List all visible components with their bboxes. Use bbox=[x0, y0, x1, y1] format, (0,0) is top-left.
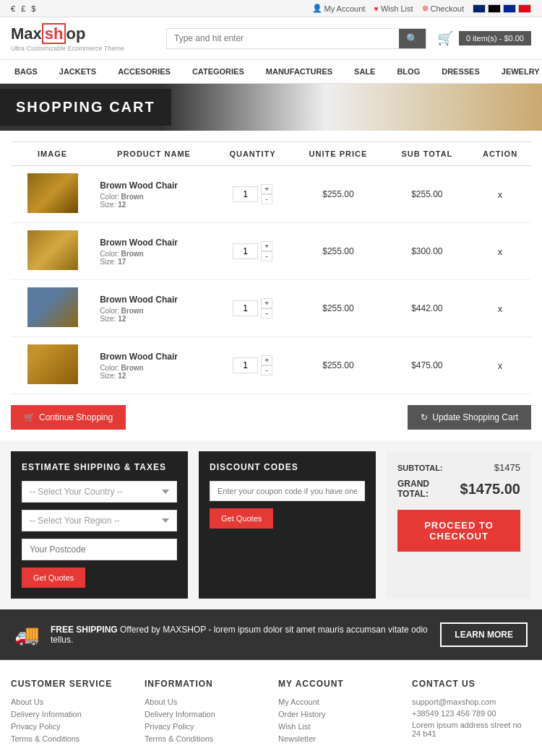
quantity-input[interactable] bbox=[233, 300, 258, 316]
footer-col-title-3: MY ACCOUNT bbox=[278, 679, 397, 689]
grand-total-row: GRAND TOTAL: $1475.00 bbox=[397, 479, 520, 499]
discount-get-quotes-button[interactable]: Get Quotes bbox=[210, 508, 273, 529]
action-cell: x bbox=[469, 223, 531, 280]
cart-icon[interactable]: 🛒 0 item(s) - $0.00 bbox=[437, 30, 531, 46]
remove-item-button[interactable]: x bbox=[498, 360, 503, 371]
shipping-truck-icon: 🚚 bbox=[14, 623, 40, 647]
product-size: Size: 12 bbox=[100, 201, 208, 209]
nav-dresses[interactable]: DRESSES bbox=[438, 60, 483, 83]
footer-link-order-history[interactable]: Order History bbox=[278, 710, 397, 718]
unit-price-cell: $255.00 bbox=[291, 223, 384, 280]
hero-banner: SHOPPING CART bbox=[0, 84, 542, 131]
product-size: Size: 12 bbox=[100, 372, 208, 380]
sub-total-cell: $255.00 bbox=[385, 166, 469, 223]
footer-link-privacy-2[interactable]: Privacy Policy bbox=[145, 722, 264, 731]
nav-bags[interactable]: BAGS bbox=[11, 60, 41, 83]
shipping-get-quotes-button[interactable]: Get Quotes bbox=[22, 568, 85, 588]
table-row: Brown Wood Chair Color: Brown Size: 12 +… bbox=[11, 166, 531, 223]
nav-manufactures[interactable]: MANUFACTURES bbox=[262, 60, 336, 83]
wish-list-link[interactable]: ♥ Wish List bbox=[374, 4, 413, 13]
quantity-input[interactable] bbox=[233, 243, 258, 259]
quantity-increase-button[interactable]: + bbox=[261, 241, 272, 251]
remove-item-button[interactable]: x bbox=[498, 303, 503, 314]
quantity-cell: + - bbox=[214, 166, 291, 223]
currency-selector[interactable]: € £ $ bbox=[11, 4, 35, 13]
logo: Maxshop Ultra Customizable Ecommerce The… bbox=[11, 25, 155, 52]
quantity-decrease-button[interactable]: - bbox=[261, 365, 272, 375]
quantity-increase-button[interactable]: + bbox=[261, 355, 272, 365]
search-button[interactable]: 🔍 bbox=[399, 29, 426, 48]
quantity-increase-button[interactable]: + bbox=[261, 298, 272, 308]
header: Maxshop Ultra Customizable Ecommerce The… bbox=[0, 17, 542, 60]
sub-total: $300.00 bbox=[411, 246, 442, 256]
quantity-increase-button[interactable]: + bbox=[261, 184, 272, 194]
remove-item-button[interactable]: x bbox=[498, 189, 503, 200]
discount-title: DISCOUNT CODES bbox=[210, 462, 365, 472]
footer-link-wishlist[interactable]: Wish List bbox=[278, 722, 397, 731]
search-input[interactable] bbox=[167, 29, 399, 48]
subtotal-row: SUBTOTAL: $1475 bbox=[397, 462, 520, 473]
footer-link-newsletter[interactable]: Newsletter bbox=[278, 734, 397, 743]
remove-item-button[interactable]: x bbox=[498, 246, 503, 257]
cart-badge[interactable]: 0 item(s) - $0.00 bbox=[459, 31, 531, 45]
search-bar[interactable]: 🔍 bbox=[166, 28, 426, 49]
continue-shopping-button[interactable]: 🛒 Continue Shopping bbox=[11, 405, 126, 430]
quantity-decrease-button[interactable]: - bbox=[261, 251, 272, 261]
country-select[interactable]: -- Select Your Country -- bbox=[22, 481, 177, 503]
nav-jewelry[interactable]: JEWELRY bbox=[498, 60, 542, 83]
flag-tr[interactable] bbox=[518, 4, 531, 13]
footer-link-about-2[interactable]: About Us bbox=[145, 698, 264, 706]
discount-section: DISCOUNT CODES Get Quotes bbox=[199, 451, 376, 599]
footer-contact-us: CONTACT US support@maxshop.com +38549 12… bbox=[412, 679, 531, 747]
footer-link-terms-1[interactable]: Terms & Conditions bbox=[11, 734, 130, 743]
product-image bbox=[27, 230, 78, 270]
footer-link-delivery-2[interactable]: Delivery Information bbox=[145, 710, 264, 718]
footer-link-delivery-1[interactable]: Delivery Information bbox=[11, 710, 130, 718]
sub-total-cell: $475.00 bbox=[385, 337, 469, 394]
postcode-input[interactable] bbox=[22, 539, 177, 560]
product-info-cell: Brown Wood Chair Color: Brown Size: 12 bbox=[94, 280, 214, 337]
currency-eur[interactable]: € bbox=[11, 4, 15, 13]
unit-price: $255.00 bbox=[322, 246, 353, 256]
language-flags[interactable] bbox=[473, 4, 531, 13]
learn-more-button[interactable]: LEARN MORE bbox=[440, 622, 528, 647]
shipping-section: ESTIMATE SHIPPING & TAXES -- Select Your… bbox=[11, 451, 188, 599]
quantity-input[interactable] bbox=[233, 357, 258, 373]
update-cart-button[interactable]: ↻ Update Shopping Cart bbox=[408, 405, 531, 430]
flag-fr[interactable] bbox=[503, 4, 516, 13]
quantity-decrease-button[interactable]: - bbox=[261, 308, 272, 318]
bottom-sections: ESTIMATE SHIPPING & TAXES -- Select Your… bbox=[0, 440, 542, 609]
sub-total: $475.00 bbox=[411, 360, 442, 370]
region-select[interactable]: -- Select Your Region -- bbox=[22, 510, 177, 531]
product-image-cell bbox=[11, 223, 94, 280]
checkout-link[interactable]: ⊗ Checkout bbox=[422, 4, 464, 13]
product-info-cell: Brown Wood Chair Color: Brown Size: 12 bbox=[94, 337, 214, 394]
sub-total: $255.00 bbox=[411, 189, 442, 199]
product-name: Brown Wood Chair bbox=[100, 181, 208, 191]
nav-blog[interactable]: BLOG bbox=[393, 60, 423, 83]
page-title: SHOPPING CART bbox=[0, 89, 171, 126]
product-info-cell: Brown Wood Chair Color: Brown Size: 12 bbox=[94, 166, 214, 223]
currency-usd[interactable]: $ bbox=[31, 4, 35, 13]
footer-link-privacy-1[interactable]: Privacy Policy bbox=[11, 722, 130, 731]
coupon-input[interactable] bbox=[210, 481, 365, 501]
currency-gbp[interactable]: £ bbox=[21, 4, 25, 13]
nav-categories[interactable]: CATEGORIES bbox=[189, 60, 248, 83]
nav-sale[interactable]: SALE bbox=[350, 60, 379, 83]
quantity-decrease-button[interactable]: - bbox=[261, 194, 272, 204]
my-account-link[interactable]: 👤 My Account bbox=[312, 4, 366, 13]
flag-de[interactable] bbox=[488, 4, 501, 13]
col-sub-total: SUB TOTAL bbox=[385, 142, 469, 166]
footer-link-account[interactable]: My Account bbox=[278, 698, 397, 706]
footer-link-about-1[interactable]: About Us bbox=[11, 698, 130, 706]
proceed-to-checkout-button[interactable]: PROCEED TO CHECKOUT bbox=[397, 510, 520, 552]
col-unit-price: UNITE PRICE bbox=[291, 142, 384, 166]
nav-jackets[interactable]: JACKETS bbox=[56, 60, 100, 83]
quantity-input[interactable] bbox=[233, 186, 258, 202]
action-cell: x bbox=[469, 166, 531, 223]
flag-gb[interactable] bbox=[473, 4, 486, 13]
footer-link-terms-2[interactable]: Terms & Conditions bbox=[145, 734, 264, 743]
nav-accesories[interactable]: ACCESORIES bbox=[114, 60, 174, 83]
cart-actions: 🛒 Continue Shopping ↻ Update Shopping Ca… bbox=[11, 405, 531, 430]
col-image: IMAGE bbox=[11, 142, 94, 166]
